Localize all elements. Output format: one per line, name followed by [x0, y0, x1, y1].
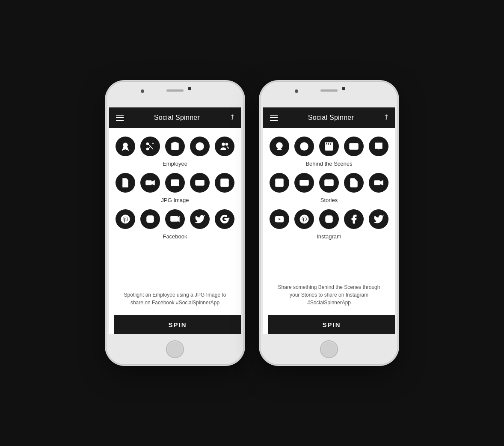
speaker-right	[320, 89, 338, 92]
icon-badge[interactable]	[165, 137, 185, 156]
phone-top-left	[107, 82, 243, 107]
spin-area-right: SPIN	[263, 315, 395, 334]
icon-google-plus[interactable]: +	[215, 209, 234, 229]
svg-line-5	[152, 143, 154, 144]
nav-title-right: Social Spinner	[308, 114, 354, 122]
result-text-right: Share something Behind the Scenes throug…	[267, 283, 391, 306]
spin-area-left: SPIN	[109, 315, 241, 334]
svg-point-17	[172, 181, 174, 183]
icon-video-cam2[interactable]	[369, 173, 388, 193]
svg-text:T: T	[223, 180, 226, 185]
svg-rect-8	[174, 142, 176, 144]
svg-rect-15	[146, 181, 151, 185]
phone-right: Social Spinner ⤴	[261, 82, 397, 364]
icon-file-image[interactable]	[116, 173, 135, 193]
icon-twitter2[interactable]	[369, 209, 388, 229]
share-icon-right[interactable]: ⤴	[384, 113, 388, 122]
icon-ribbon[interactable]	[116, 137, 135, 156]
nav-title-left: Social Spinner	[154, 114, 200, 122]
icon-text-t[interactable]: T	[270, 173, 289, 193]
screen-left: Social Spinner ⤴	[109, 107, 241, 334]
nav-bar-right: Social Spinner ⤴	[263, 107, 395, 128]
icon-row-left-3: +	[116, 209, 234, 229]
speaker-left	[166, 89, 184, 92]
label-left-2: JPG Image	[161, 197, 189, 203]
icon-scissors[interactable]	[140, 137, 160, 156]
svg-point-7	[174, 144, 176, 147]
label-left-3: Facebook	[163, 233, 187, 240]
svg-point-31	[303, 144, 305, 146]
phone-top-right	[261, 82, 397, 107]
icon-search-file[interactable]	[344, 173, 364, 193]
icon-book[interactable]	[369, 137, 388, 156]
icon-typewriter[interactable]	[344, 137, 364, 156]
svg-point-57	[327, 217, 331, 221]
icon-pinterest[interactable]	[116, 209, 135, 229]
icon-gallery[interactable]	[165, 173, 185, 193]
svg-text:T: T	[278, 180, 281, 185]
icon-instagram2[interactable]	[319, 209, 339, 229]
screen-content-right: Behind the Scenes T GIF	[263, 128, 395, 315]
page-wrapper: Social Spinner ⤴	[89, 65, 415, 381]
svg-rect-55	[374, 181, 380, 185]
icon-drama[interactable]	[270, 137, 289, 156]
icon-gif[interactable]: GIF	[294, 173, 314, 193]
svg-point-13	[226, 143, 228, 146]
icon-video-cam[interactable]	[140, 173, 160, 193]
camera-left	[141, 89, 144, 93]
icon-row-right-1	[270, 137, 388, 156]
screen-content-left: 1 FREE Employee	[109, 128, 241, 315]
spin-button-left[interactable]: SPIN	[114, 315, 241, 334]
result-text-left: Spotlight an Employee using a JPG Image …	[113, 291, 237, 306]
icon-row-left-1: 1 FREE	[116, 137, 234, 156]
svg-rect-32	[325, 144, 333, 150]
phone-left: Social Spinner ⤴	[107, 82, 243, 364]
label-right-1: Behind the Scenes	[305, 161, 352, 167]
icon-text-box[interactable]: T	[215, 173, 234, 193]
svg-point-58	[331, 217, 332, 217]
svg-point-14	[124, 182, 125, 184]
svg-point-24	[148, 217, 152, 221]
icon-instagram[interactable]	[140, 209, 160, 229]
icon-person-circle[interactable]	[294, 137, 314, 156]
menu-icon-left[interactable]	[116, 115, 124, 121]
phone-bottom-right	[261, 334, 397, 364]
front-cam-right	[342, 87, 345, 90]
icon-people[interactable]	[215, 137, 234, 156]
label-right-2: Stories	[320, 197, 338, 203]
icon-rec[interactable]: REC	[190, 173, 210, 193]
icon-facebook[interactable]	[344, 209, 364, 229]
share-icon-left[interactable]: ⤴	[230, 113, 234, 122]
svg-point-53	[352, 183, 354, 185]
icon-photo-share[interactable]	[165, 209, 185, 229]
icon-clapperboard[interactable]	[319, 137, 339, 156]
svg-point-12	[222, 143, 225, 146]
icon-pinterest2[interactable]	[294, 209, 314, 229]
svg-text:FREE: FREE	[197, 143, 202, 146]
svg-text:1: 1	[199, 145, 201, 149]
icon-contact-card[interactable]	[319, 173, 339, 193]
icon-free[interactable]: 1 FREE	[190, 137, 210, 156]
home-button-left[interactable]	[166, 340, 184, 358]
svg-line-4	[148, 146, 151, 149]
spin-button-right[interactable]: SPIN	[268, 315, 395, 334]
icon-youtube[interactable]	[270, 209, 289, 229]
label-right-3: Instagram	[317, 233, 341, 240]
front-cam-left	[188, 87, 191, 90]
label-left-1: Employee	[163, 161, 187, 167]
home-button-right[interactable]	[320, 340, 338, 358]
icon-row-right-2: T GIF	[270, 173, 388, 193]
svg-point-0	[123, 143, 127, 147]
svg-line-3	[148, 144, 153, 149]
svg-point-25	[152, 217, 153, 217]
svg-text:+: +	[228, 217, 230, 220]
nav-bar-left: Social Spinner ⤴	[109, 107, 241, 128]
svg-text:GIF: GIF	[302, 182, 307, 185]
menu-icon-right[interactable]	[270, 115, 278, 121]
svg-text:REC: REC	[197, 182, 202, 185]
screen-right: Social Spinner ⤴	[263, 107, 395, 334]
icon-row-right-3	[270, 209, 388, 229]
phone-bottom-left	[107, 334, 243, 364]
icon-row-left-2: REC T	[116, 173, 234, 193]
icon-twitter[interactable]	[190, 209, 210, 229]
